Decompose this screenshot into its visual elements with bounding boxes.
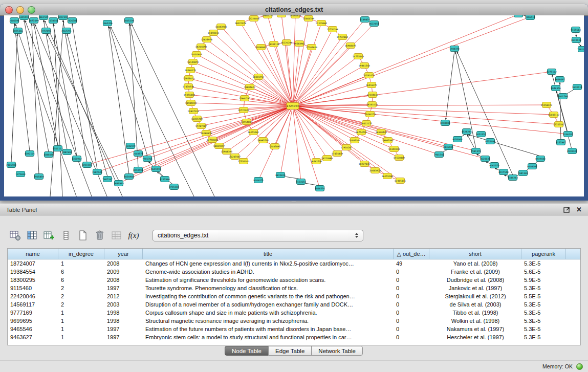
table-row[interactable]: 1872400712008Changes of HCN gene express… xyxy=(8,259,580,268)
row-options-button[interactable] xyxy=(60,229,72,242)
graph-node-label: 12910262 xyxy=(341,146,353,149)
table-row[interactable]: 1830029562008Estimation of significance … xyxy=(8,276,580,284)
column-header-pagerank[interactable]: pagerank xyxy=(521,249,566,259)
column-header-year[interactable]: year xyxy=(104,249,143,259)
table-panel-body: f(x) citations_edges.txt namein_degreeye… xyxy=(0,215,588,361)
show-columns-button[interactable] xyxy=(26,229,38,242)
column-header-title[interactable]: title xyxy=(143,249,394,259)
cell-short: de Silva et al. (2003) xyxy=(429,300,521,309)
column-header-name[interactable]: name xyxy=(8,249,58,259)
cell-in_degree: 6 xyxy=(58,268,104,276)
table-mode-button[interactable] xyxy=(9,229,21,242)
graph-node-label: 12953020 xyxy=(183,77,195,80)
table-row[interactable]: 946554611997Estimation of the future num… xyxy=(8,325,580,333)
graph-node-label: 9054946 xyxy=(124,176,134,178)
zoom-window-button[interactable] xyxy=(28,6,35,14)
graph-node-label: 2606194 xyxy=(9,19,19,22)
tab-network-table[interactable]: Network Table xyxy=(311,346,363,356)
network-graph[interactable]: 2606194630949328774993861509167834460923… xyxy=(4,15,584,196)
column-header-out_degree[interactable]: △ out_de… xyxy=(394,249,429,259)
delete-button[interactable] xyxy=(94,229,106,242)
float-panel-icon[interactable] xyxy=(563,207,570,213)
minimize-window-button[interactable] xyxy=(16,6,24,14)
graph-node-label: 2882604 xyxy=(62,151,72,154)
table-tabs: Node TableEdge TableNetwork Table xyxy=(0,346,588,356)
graph-node-label: 2567291 xyxy=(61,30,72,32)
network-canvas[interactable]: 2606194630949328774993861509167834460923… xyxy=(4,15,584,196)
graph-node-label: 15056804 xyxy=(184,94,195,96)
table-selector-value: citations_edges.txt xyxy=(158,232,208,239)
panel-splitter-handle[interactable] xyxy=(291,201,296,203)
cell-name: 18300295 xyxy=(8,276,58,284)
graph-node-label: 8957014 xyxy=(513,15,524,16)
graph-node-label: 1678344 xyxy=(48,19,58,22)
new-file-button[interactable] xyxy=(77,229,89,242)
column-header-in_degree[interactable]: in_degree xyxy=(58,249,104,259)
table-row[interactable]: 1938455462009Genome-wide association stu… xyxy=(8,268,580,276)
tab-node-table[interactable]: Node Table xyxy=(225,346,269,356)
graph-node-label: 9157966 xyxy=(160,178,170,181)
graph-node-label: 7681365 xyxy=(518,172,528,174)
cell-title: Estimation of significance thresholds fo… xyxy=(143,276,394,284)
graph-node-label: 12740601 xyxy=(207,139,219,141)
create-column-icon xyxy=(43,230,55,241)
graph-edge xyxy=(293,85,372,106)
column-header-short[interactable]: short xyxy=(429,249,521,259)
graph-node-label: 20485364 xyxy=(349,139,361,142)
function-builder-button[interactable]: f(x) xyxy=(127,229,140,242)
cell-pagerank: 5.9E-5 xyxy=(521,276,566,284)
table-row[interactable]: 911546021997Tourette syndrome. Phenomeno… xyxy=(8,284,580,292)
table-row[interactable]: 946362711997Embryonic stem cells: a mode… xyxy=(8,333,580,341)
import-table-button[interactable] xyxy=(111,229,123,242)
cell-out_degree: 0 xyxy=(394,333,429,341)
cell-short: Stergiakouli et al. (2012) xyxy=(429,292,521,300)
create-column-button[interactable] xyxy=(43,229,55,242)
cell-short: Jankovic et al. (1997) xyxy=(429,284,521,292)
graph-node-label: 19804622 xyxy=(244,86,256,89)
graph-node-label: 16416372 xyxy=(366,84,378,86)
graph-node-label: 9155613 xyxy=(571,29,581,31)
graph-edge xyxy=(293,106,559,124)
cell-short: Franke et al. (2009) xyxy=(429,268,521,276)
attribute-table: namein_degreeyeartitle△ out_de…shortpage… xyxy=(7,248,581,345)
graph-edge xyxy=(293,106,485,159)
cell-title: Structural magnetic resonance image aver… xyxy=(143,317,394,325)
graph-node-label: 8649497 xyxy=(555,78,565,81)
graph-node-label: 8136102 xyxy=(563,133,573,136)
graph-node-label: 18839057 xyxy=(213,145,225,147)
graph-node-label: 8755496 xyxy=(485,140,495,143)
graph-edge xyxy=(268,15,293,106)
graph-node-label: 1948370 xyxy=(449,48,460,50)
cell-title: Tourette syndrome. Phenomenology and cla… xyxy=(143,284,394,292)
graph-node-label: 7581378 xyxy=(471,150,481,152)
graph-node-label: 16043904 xyxy=(215,26,227,28)
graph-node-label: 7687267 xyxy=(102,178,113,181)
close-window-button[interactable] xyxy=(5,6,13,14)
table-selector-combobox[interactable]: citations_edges.txt xyxy=(153,230,363,242)
table-row[interactable]: 2242004622012Investigating the contribut… xyxy=(8,292,580,300)
graph-node-label: 12623978 xyxy=(201,38,213,41)
cell-title: Estimation of the future numbers of pati… xyxy=(143,325,394,333)
graph-node-label: 19583961 xyxy=(294,42,306,45)
graph-edge xyxy=(241,23,293,106)
cell-title: Disruption of a novel member of a sodium… xyxy=(143,300,394,309)
graph-node-label: 3005239 xyxy=(124,19,134,22)
graph-node-label: 7901765 xyxy=(142,158,153,160)
graph-node-label: 17470738 xyxy=(183,85,194,88)
graph-node-label: 18698319 xyxy=(290,15,301,17)
table-row[interactable]: 969969511998Structural magnetic resonanc… xyxy=(8,317,580,325)
window-titlebar[interactable]: citations_edges.txt xyxy=(0,4,588,16)
cell-pagerank: 5.3E-5 xyxy=(521,317,566,325)
tab-edge-table[interactable]: Edge Table xyxy=(268,346,312,356)
graph-node-label: 2165903 xyxy=(6,164,16,166)
cell-name: 14569117 xyxy=(8,300,58,309)
memory-status-label: Memory: OK xyxy=(542,363,573,369)
cell-in_degree: 1 xyxy=(58,309,104,317)
graph-node-label: 1724054 xyxy=(287,104,299,107)
graph-node-label: 15958423 xyxy=(541,104,553,106)
table-row[interactable]: 977716911998Corpus callosum shape and si… xyxy=(8,309,580,317)
graph-node-label: 14755443 xyxy=(353,55,364,58)
table-row[interactable]: 1456911722003Disruption of a novel membe… xyxy=(8,300,580,309)
graph-node-label: 12750298 xyxy=(327,28,339,31)
close-panel-icon[interactable]: ✕ xyxy=(576,206,582,213)
